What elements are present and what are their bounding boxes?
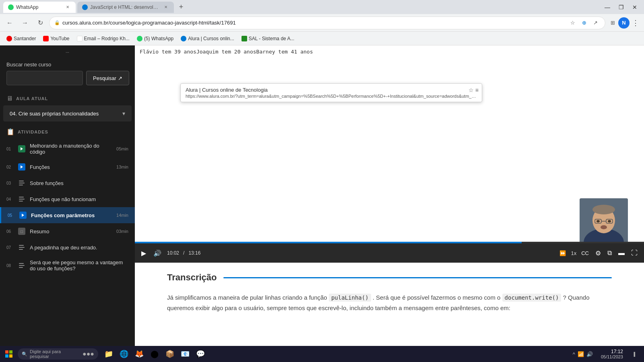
whatsapp-favicon [8, 4, 14, 10]
activity-number-7: 07 [6, 245, 14, 250]
reload-button[interactable]: ↻ [34, 16, 47, 29]
taskbar-app6-icon[interactable]: 📧 [178, 347, 192, 361]
profile-button[interactable]: N [618, 17, 630, 29]
network-icon[interactable]: 📶 [578, 351, 584, 357]
chapter-button[interactable]: 04. Crie suas próprias funcionalidades ▾ [3, 105, 132, 121]
speed-button[interactable]: 1x [571, 250, 576, 256]
svg-point-9 [601, 225, 607, 229]
activity-number-3: 03 [6, 181, 14, 185]
bookmark-youtube[interactable]: YouTube [40, 33, 72, 44]
bookmark-santander-label: Santander [14, 36, 36, 41]
tooltip-star-icon[interactable]: ☆ [469, 87, 474, 93]
bookmark-whatsapp[interactable]: (5) WhatsApp [134, 33, 177, 44]
main-area: Alura | Cursos online de Tecnologia http… [135, 45, 644, 346]
activity-duration-5: 14min [116, 213, 128, 218]
colorful-dots-icon: ●●● [83, 350, 94, 358]
taskbar-edge-icon[interactable]: 🌐 [117, 347, 131, 361]
volume-button[interactable]: 🔊 [152, 248, 163, 259]
transcript-area: Transcrição Já simplificamos a maneira d… [135, 263, 644, 346]
address-bar[interactable]: 🔒 cursos.alura.com.br/course/logica-prog… [49, 16, 605, 29]
activity-icon-4 [18, 195, 26, 203]
alura-bookmark-favicon [181, 36, 186, 41]
atividades-header: 📋 ATIVIDADES [0, 123, 135, 137]
search-input[interactable] [6, 71, 83, 85]
tooltip-title: Alura | Cursos online de Tecnologia [186, 87, 477, 93]
tab-whatsapp-close[interactable]: ✕ [64, 4, 71, 10]
activity-number-2: 02 [6, 165, 14, 169]
tab-alura[interactable]: JavaScript e HTML: desenvolva... ✕ [77, 2, 174, 13]
activity-icon-7 [18, 243, 26, 251]
activity-item-1[interactable]: 01 Melhorando a manutenção do código 05m… [0, 139, 135, 159]
chapter-title: 04. Crie suas próprias funcionalidades [10, 111, 99, 117]
taskbar-pinned-apps: 📁 🌐 🦊 ⬤ 📦 📧 💬 [101, 347, 208, 361]
play-blue-icon-5 [19, 212, 27, 219]
maximize-button[interactable]: ❐ [615, 2, 627, 13]
extensions-icon[interactable]: ⊞ [608, 18, 617, 28]
svg-rect-13 [9, 354, 12, 358]
theater-mode-button[interactable]: ▬ [617, 248, 626, 258]
chevron-up-icon[interactable]: ^ [573, 351, 575, 357]
fullscreen-button[interactable]: ⛶ [630, 248, 639, 258]
lock-icon: 🔒 [54, 20, 60, 25]
activity-item-5[interactable]: 05 Funções com parâmetros 14min [0, 207, 135, 223]
bookmark-santander[interactable]: Santander [3, 33, 39, 44]
alura-ext-icon[interactable]: ⊕ [579, 18, 589, 28]
taskbar-search-box[interactable]: 🔍 Digite aqui para pesquisar ●●● [18, 348, 98, 360]
bookmark-star-icon[interactable]: ☆ [568, 18, 578, 28]
taskbar-file-explorer-icon[interactable]: 📁 [101, 347, 116, 361]
back-button[interactable]: ← [3, 16, 16, 29]
play-pause-button[interactable]: ▶ [140, 248, 148, 259]
search-button[interactable]: Pesquisar ↗ [86, 71, 129, 85]
transcript-text: Já simplificamos a maneira de pular linh… [167, 292, 612, 313]
bookmark-sal[interactable]: SAL - Sistema de A... [238, 33, 298, 44]
tab-alura-close[interactable]: ✕ [163, 4, 169, 10]
show-desktop-button[interactable]: ▌ [628, 347, 642, 361]
code-pulaLinha: pulaLinha() [329, 294, 371, 302]
atividades-label: ATIVIDADES [18, 130, 48, 134]
activity-item-4[interactable]: 04 Funções que não funcionam [0, 191, 135, 207]
sal-favicon [242, 36, 247, 41]
bookmark-alura[interactable]: Alura | Cursos onlin... [178, 33, 237, 44]
settings-button[interactable]: ⚙ [594, 248, 603, 259]
forward-button[interactable]: → [19, 16, 31, 29]
close-button[interactable]: ✕ [629, 2, 641, 13]
menu-button[interactable]: ⋮ [630, 17, 641, 29]
clock[interactable]: 17:12 05/11/2023 [598, 349, 626, 359]
share-icon[interactable]: ↗ [590, 18, 600, 28]
picture-in-picture-button[interactable]: ⧉ [606, 248, 613, 258]
instructor-svg [580, 198, 628, 243]
activity-item-2[interactable]: 02 Funções 13min [0, 159, 135, 175]
minimize-button[interactable]: — [601, 2, 613, 13]
activity-item-3[interactable]: 03 Sobre funções [0, 175, 135, 191]
taskbar-firefox-icon[interactable]: 🦊 [132, 347, 147, 361]
taskbar-app5-icon[interactable]: 📦 [163, 347, 177, 361]
activity-icon-1 [18, 145, 26, 153]
caption-button[interactable]: CC [580, 249, 590, 258]
new-tab-button[interactable]: + [175, 2, 187, 13]
activity-number-1: 01 [6, 147, 14, 151]
search-magnify-icon: 🔍 [22, 352, 27, 357]
video-screen: Flávio tem 39 anosJoaquim tem 20 anosBar… [135, 45, 644, 263]
svg-point-3 [592, 205, 615, 214]
activity-item-6[interactable]: 06 □ Resumo 03min [0, 223, 135, 239]
total-time: 13:16 [188, 250, 200, 256]
search-row: Pesquisar ↗ [6, 71, 128, 85]
volume-sys-icon[interactable]: 🔊 [586, 351, 593, 357]
box-icon-6: □ [18, 228, 25, 235]
activity-duration-2: 13min [116, 165, 128, 169]
transcript-paragraph-1: Já simplificamos a maneira de pular linh… [167, 292, 612, 313]
tooltip-menu-icon[interactable]: ≡ [475, 87, 479, 93]
bookmark-email[interactable]: Email – Rodrigo Kh... [74, 33, 133, 44]
taskbar-whatsapp-taskbar-icon[interactable]: 💬 [193, 347, 208, 361]
windows-logo-icon [5, 350, 12, 358]
activity-duration-6: 03min [116, 229, 128, 234]
bookmark-sal-label: SAL - Sistema de A... [249, 36, 295, 41]
svg-rect-11 [9, 350, 12, 354]
tab-whatsapp[interactable]: WhatsApp ✕ [3, 2, 76, 13]
start-button[interactable] [2, 347, 16, 361]
taskbar-chrome-icon[interactable]: ⬤ [147, 347, 162, 361]
activity-item-8[interactable]: 08 Será que ele pegou mesmo a vantagem d… [0, 255, 135, 276]
bookmark-alura-label: Alura | Cursos onlin... [188, 36, 234, 41]
activity-item-7[interactable]: 07 A pegadinha que deu errado. [0, 239, 135, 255]
skip-forward-button[interactable]: ⏩ [558, 249, 568, 258]
